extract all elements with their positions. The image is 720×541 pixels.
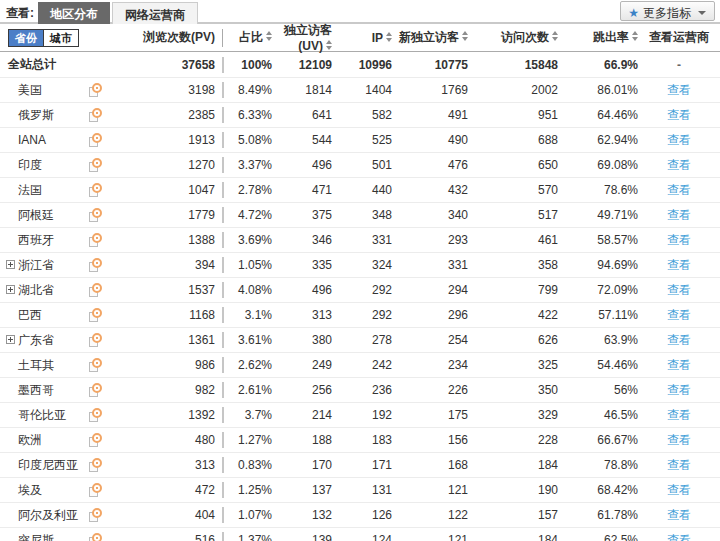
view-carrier-link[interactable]: 查看 xyxy=(667,83,691,97)
trend-chart-icon[interactable] xyxy=(88,233,102,247)
tab-region-distribution[interactable]: 地区分布 xyxy=(38,2,110,24)
uv-value: 1814 xyxy=(272,83,332,97)
view-carrier-link[interactable]: 查看 xyxy=(667,183,691,197)
trend-chart-icon[interactable] xyxy=(88,533,102,541)
trend-chart-icon[interactable] xyxy=(88,308,102,322)
bounce-rate-value: 69.08% xyxy=(558,158,638,172)
uv-value: 471 xyxy=(272,183,332,197)
trend-chart-icon[interactable] xyxy=(88,508,102,522)
trend-chart-icon[interactable] xyxy=(88,158,102,172)
visits-value: 688 xyxy=(468,133,558,147)
pv-value: 472 xyxy=(135,483,215,497)
trend-chart-icon[interactable] xyxy=(88,258,102,272)
trend-chart-icon[interactable] xyxy=(88,358,102,372)
pv-value: 516 xyxy=(135,533,215,541)
action-cell: 查看 xyxy=(638,132,720,149)
table-row: 法国 1047 2.78% 471 440 432 570 78.6% 查看 xyxy=(0,178,720,203)
ratio-value: 4.72% xyxy=(215,208,272,222)
tab-network-carrier[interactable]: 网络运营商 xyxy=(112,2,198,24)
ip-value: 1404 xyxy=(332,83,392,97)
trend-chart-icon[interactable] xyxy=(88,483,102,497)
trend-chart-icon[interactable] xyxy=(88,183,102,197)
table-row: IANA 1913 5.08% 544 525 490 688 62.94% 查… xyxy=(0,128,720,153)
expand-icon[interactable] xyxy=(6,285,15,294)
view-carrier-link[interactable]: 查看 xyxy=(667,383,691,397)
trend-chart-icon[interactable] xyxy=(88,83,102,97)
pv-value: 1388 xyxy=(135,233,215,247)
toggle-province[interactable]: 省份 xyxy=(9,30,44,46)
visits-value: 626 xyxy=(468,333,558,347)
header-uv[interactable]: 独立访客(UV) xyxy=(272,22,332,53)
visits-value: 517 xyxy=(468,208,558,222)
total-visits: 15848 xyxy=(468,58,558,72)
view-carrier-link[interactable]: 查看 xyxy=(667,408,691,422)
region-name: 俄罗斯 xyxy=(18,107,54,124)
view-carrier-link[interactable]: 查看 xyxy=(667,308,691,322)
view-carrier-link[interactable]: 查看 xyxy=(667,283,691,297)
view-carrier-link[interactable]: 查看 xyxy=(667,433,691,447)
trend-chart-icon[interactable] xyxy=(88,333,102,347)
trend-chart-icon[interactable] xyxy=(88,283,102,297)
trend-chart-icon[interactable] xyxy=(88,383,102,397)
total-row: 全站总计 37658 100% 12109 10996 10775 15848 … xyxy=(0,52,720,78)
view-carrier-link[interactable]: 查看 xyxy=(667,233,691,247)
uv-value: 641 xyxy=(272,108,332,122)
trend-chart-icon[interactable] xyxy=(88,208,102,222)
view-carrier-link[interactable]: 查看 xyxy=(667,508,691,522)
table-row: 美国 3198 8.49% 1814 1404 1769 2002 86.01%… xyxy=(0,78,720,103)
header-ratio[interactable]: 占比 xyxy=(215,29,272,46)
visits-value: 228 xyxy=(468,433,558,447)
view-carrier-link[interactable]: 查看 xyxy=(667,108,691,122)
view-carrier-link[interactable]: 查看 xyxy=(667,208,691,222)
uv-value: 188 xyxy=(272,433,332,447)
bounce-rate-value: 94.69% xyxy=(558,258,638,272)
header-bounce-rate[interactable]: 跳出率 xyxy=(558,29,638,46)
header-ip[interactable]: IP xyxy=(332,31,392,45)
view-carrier-link[interactable]: 查看 xyxy=(667,358,691,372)
trend-chart-icon[interactable] xyxy=(88,458,102,472)
view-carrier-link[interactable]: 查看 xyxy=(667,483,691,497)
region-name: 法国 xyxy=(18,182,42,199)
region-name-cell: 哥伦比亚 xyxy=(0,403,135,427)
region-name-cell: 阿尔及利亚 xyxy=(0,503,135,527)
chevron-down-icon xyxy=(698,11,706,15)
action-cell: 查看 xyxy=(638,232,720,249)
bounce-rate-value: 58.57% xyxy=(558,233,638,247)
view-carrier-link[interactable]: 查看 xyxy=(667,258,691,272)
view-carrier-link[interactable]: 查看 xyxy=(667,158,691,172)
view-carrier-link[interactable]: 查看 xyxy=(667,133,691,147)
ip-value: 192 xyxy=(332,408,392,422)
header-view-carrier: 查看运营商 xyxy=(638,29,720,46)
pv-value: 1537 xyxy=(135,283,215,297)
action-cell: 查看 xyxy=(638,107,720,124)
expand-icon[interactable] xyxy=(6,335,15,344)
region-name-cell: 墨西哥 xyxy=(0,378,135,402)
header-visits[interactable]: 访问次数 xyxy=(468,29,558,46)
action-cell: 查看 xyxy=(638,157,720,174)
view-carrier-link[interactable]: 查看 xyxy=(667,458,691,472)
view-carrier-link[interactable]: 查看 xyxy=(667,333,691,347)
total-ratio: 100% xyxy=(215,58,272,72)
trend-chart-icon[interactable] xyxy=(88,133,102,147)
toggle-city[interactable]: 城市 xyxy=(44,30,78,46)
action-cell: 查看 xyxy=(638,432,720,449)
ratio-value: 5.08% xyxy=(215,133,272,147)
ip-value: 292 xyxy=(332,308,392,322)
table-row: 哥伦比亚 1392 3.7% 214 192 175 329 46.5% 查看 xyxy=(0,403,720,428)
total-uv: 12109 xyxy=(272,58,332,72)
trend-chart-icon[interactable] xyxy=(88,108,102,122)
action-cell: 查看 xyxy=(638,182,720,199)
bounce-rate-value: 78.6% xyxy=(558,183,638,197)
total-name: 全站总计 xyxy=(0,52,135,77)
sort-icon[interactable] xyxy=(266,31,272,41)
header-new-visitors[interactable]: 新独立访客 xyxy=(392,29,468,46)
ratio-value: 1.05% xyxy=(215,258,272,272)
uv-value: 544 xyxy=(272,133,332,147)
ratio-value: 2.62% xyxy=(215,358,272,372)
view-carrier-link[interactable]: 查看 xyxy=(667,533,691,541)
more-metrics-button[interactable]: 更多指标 xyxy=(620,1,715,21)
trend-chart-icon[interactable] xyxy=(88,433,102,447)
new-visitors-value: 491 xyxy=(392,108,468,122)
expand-icon[interactable] xyxy=(6,260,15,269)
trend-chart-icon[interactable] xyxy=(88,408,102,422)
